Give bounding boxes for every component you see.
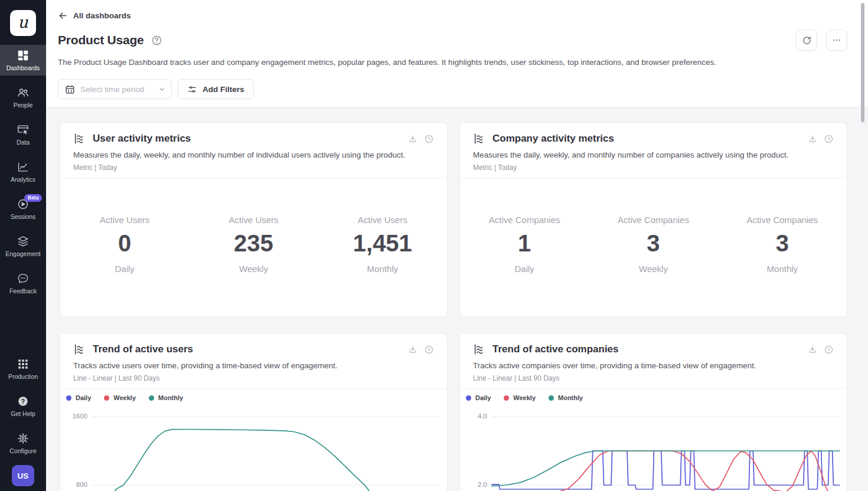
metric-value: 3 (589, 230, 717, 257)
sidebar-item-production[interactable]: Production (0, 353, 46, 384)
sidebar-item-label: Dashboards (6, 64, 40, 71)
time-period-select[interactable]: Select time period (58, 79, 172, 99)
card-divider (60, 178, 447, 178)
sidebar-item-label: Production (8, 373, 38, 380)
chart-canvas (460, 406, 847, 491)
legend-item-monthly[interactable]: Monthly (549, 394, 583, 401)
download-icon[interactable] (808, 345, 817, 354)
sidebar-item-engagement[interactable]: Engagement (0, 231, 46, 261)
get-help-icon: ? (17, 395, 30, 408)
legend-dot (104, 395, 109, 401)
people-icon (17, 86, 30, 99)
logo-glyph: u (18, 14, 28, 32)
card-description: Measures the daily, weekly, and monthly … (473, 150, 834, 159)
help-icon[interactable] (151, 35, 162, 46)
legend-item-daily[interactable]: Daily (466, 394, 491, 401)
metric-period: Monthly (718, 264, 847, 274)
metric-monthly: Active Companies 3 Monthly (718, 215, 847, 274)
card-description: Measures the daily, weekly, and monthly … (73, 150, 434, 159)
sidebar-item-label: Configure (9, 447, 37, 454)
card-trend-active-users: Trend of active users Tracks active user… (60, 333, 448, 491)
breadcrumb-row: All dashboards (58, 11, 847, 21)
add-filters-label: Add Filters (203, 85, 244, 94)
title-actions (796, 30, 847, 51)
chart-legend: Daily Weekly Monthly (60, 389, 447, 401)
cards-grid: User activity metrics Measures the daily… (60, 122, 847, 491)
card-meta: Line - Linear | Last 90 Days (73, 374, 434, 382)
beta-badge: Beta (24, 194, 42, 202)
back-arrow-icon[interactable] (58, 11, 68, 21)
card-divider (460, 178, 847, 178)
card-title: Trend of active users (93, 343, 402, 355)
card-title: Trend of active companies (492, 343, 801, 355)
app-logo[interactable]: u (10, 10, 36, 36)
sidebar-item-analytics[interactable]: Analytics (0, 156, 46, 187)
clock-icon[interactable] (424, 134, 434, 144)
sidebar-item-label: People (14, 102, 33, 109)
app-root: u Dashboards People Data (0, 0, 868, 491)
download-icon[interactable] (408, 345, 417, 354)
add-filters-button[interactable]: Add Filters (178, 79, 254, 99)
legend-item-monthly[interactable]: Monthly (149, 394, 183, 401)
sidebar-item-dashboards[interactable]: Dashboards (0, 45, 46, 76)
download-icon[interactable] (808, 134, 817, 143)
sidebar-item-label: Engagement (5, 250, 41, 257)
card-description: Tracks active companies over time, provi… (473, 361, 834, 370)
legend-dot (549, 395, 554, 401)
metric-value: 235 (189, 230, 318, 257)
sidebar-item-sessions[interactable]: Beta Sessions (0, 194, 46, 224)
card-title: Company activity metrics (492, 133, 801, 145)
card-title: User activity metrics (93, 133, 402, 145)
line-chart-icon (73, 343, 86, 356)
sidebar-item-feedback[interactable]: Feedback (0, 268, 46, 299)
legend-label: Daily (76, 394, 91, 401)
legend-item-weekly[interactable]: Weekly (504, 394, 536, 401)
download-icon[interactable] (408, 134, 417, 143)
filters-icon (187, 84, 197, 94)
metric-period: Daily (460, 264, 589, 274)
metric-period: Daily (60, 264, 189, 274)
sidebar-item-label: Get Help (11, 410, 35, 417)
scrollbar-thumb[interactable] (861, 3, 864, 122)
legend-label: Daily (475, 394, 491, 401)
legend-item-weekly[interactable]: Weekly (104, 394, 136, 401)
clock-icon[interactable] (424, 345, 434, 355)
sidebar-item-get-help[interactable]: ? Get Help (0, 391, 46, 421)
production-icon (17, 358, 30, 371)
sidebar: u Dashboards People Data (0, 0, 46, 491)
sidebar-nav: Dashboards People Data Analytics (0, 45, 46, 491)
clock-icon[interactable] (824, 345, 834, 355)
metric-label: Active Users (318, 215, 447, 225)
legend-label: Weekly (513, 394, 536, 401)
sidebar-item-people[interactable]: People (0, 82, 46, 113)
card-meta: Metric | Today (473, 163, 834, 172)
engagement-icon (17, 235, 30, 248)
metric-chart-icon (473, 132, 486, 145)
legend-item-daily[interactable]: Daily (66, 394, 91, 401)
legend-dot (66, 395, 71, 401)
metric-label: Active Users (60, 215, 189, 225)
sidebar-item-label: Feedback (9, 287, 37, 294)
metric-daily: Active Companies 1 Daily (460, 215, 589, 274)
more-button[interactable] (826, 30, 847, 51)
sidebar-item-configure[interactable]: Configure (0, 428, 46, 459)
sidebar-item-data[interactable]: Data (0, 119, 46, 150)
user-avatar[interactable]: US (12, 465, 34, 486)
main-area: All dashboards Product Usage (46, 0, 868, 491)
metric-label: Active Companies (460, 215, 589, 225)
metric-daily: Active Users 0 Daily (60, 215, 189, 274)
legend-dot (149, 395, 154, 401)
metric-monthly: Active Users 1,451 Monthly (318, 215, 447, 274)
calendar-icon (64, 84, 76, 95)
sidebar-item-label: Data (17, 139, 30, 146)
configure-icon (17, 432, 30, 445)
line-chart-active-companies: 4.0 2.0 (460, 406, 847, 491)
refresh-button[interactable] (796, 30, 817, 51)
sidebar-item-label: Sessions (11, 213, 36, 220)
clock-icon[interactable] (824, 134, 834, 144)
metrics-row: Active Users 0 Daily Active Users 235 We… (60, 215, 447, 274)
metric-value: 3 (718, 230, 847, 257)
feedback-icon (17, 272, 30, 285)
time-period-placeholder: Select time period (80, 85, 154, 94)
breadcrumb[interactable]: All dashboards (73, 11, 131, 20)
